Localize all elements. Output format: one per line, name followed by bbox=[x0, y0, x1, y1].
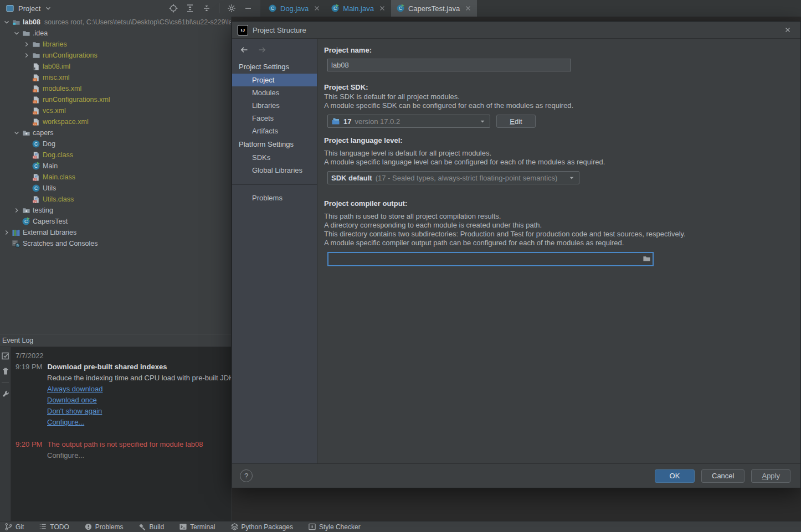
statusbar-problems[interactable]: Problems bbox=[84, 523, 124, 531]
tree-item-utils[interactable]: CUtils bbox=[0, 183, 231, 194]
filter-check-icon[interactable] bbox=[1, 352, 10, 360]
sidebar-item-artifacts[interactable]: Artifacts bbox=[232, 125, 317, 137]
sidebar-item-problems[interactable]: Problems bbox=[232, 192, 317, 204]
tree-item-runconfigurations[interactable]: runConfigurations bbox=[0, 50, 231, 61]
folder-package-icon bbox=[21, 129, 31, 137]
dialog-content: Project name: Project SDK: This SDK is d… bbox=[317, 39, 800, 463]
chevron-down-icon[interactable] bbox=[12, 29, 21, 37]
tree-item-label: runConfigurations bbox=[43, 51, 97, 59]
event-link-don-t-show-again[interactable]: Don't show again bbox=[47, 406, 102, 417]
close-tab-icon[interactable] bbox=[378, 4, 386, 12]
tree-item-label: Main bbox=[43, 162, 58, 170]
layers-icon bbox=[230, 523, 239, 531]
compiler-output-description-2: A directory corresponding to each module… bbox=[324, 221, 800, 230]
event-link-download-once[interactable]: Download once bbox=[47, 395, 97, 406]
tree-item-dog[interactable]: CDog bbox=[0, 138, 231, 149]
chevron-right-icon[interactable] bbox=[22, 40, 31, 48]
class-file-icon: 01 bbox=[31, 151, 41, 159]
language-level-label: Project language level: bbox=[324, 136, 800, 146]
browse-folder-icon[interactable] bbox=[643, 255, 651, 263]
dialog-sidebar: Project SettingsProjectModulesLibrariesF… bbox=[232, 39, 317, 463]
chevron-right-icon[interactable] bbox=[2, 229, 11, 236]
chevron-right-icon[interactable] bbox=[22, 51, 31, 59]
statusbar-todo[interactable]: TODO bbox=[39, 523, 69, 531]
tree-item-utils-class[interactable]: 01Utils.class bbox=[0, 194, 231, 205]
chevron-down-icon[interactable] bbox=[12, 129, 21, 137]
tree-item-scratches-and-consoles[interactable]: Scratches and Consoles bbox=[0, 238, 231, 249]
sidebar-item-modules[interactable]: Modules bbox=[232, 86, 317, 99]
compiler-output-path-input[interactable] bbox=[327, 252, 654, 266]
hide-icon[interactable] bbox=[244, 4, 253, 13]
sidebar-item-libraries[interactable]: Libraries bbox=[232, 99, 317, 112]
tab-main-java[interactable]: CMain.java bbox=[326, 0, 391, 17]
apply-button[interactable]: Apply bbox=[751, 469, 790, 483]
tree-item-lab08[interactable]: lab08sources root, C:\Users\tetsu\Deskto… bbox=[0, 17, 231, 28]
close-dialog-icon[interactable] bbox=[784, 26, 792, 34]
event-log-toolbar bbox=[0, 347, 11, 521]
compiler-output-description-3: This directory contains two subdirectori… bbox=[324, 230, 800, 239]
statusbar-python-packages[interactable]: Python Packages bbox=[230, 523, 293, 531]
folder-icon bbox=[21, 29, 31, 38]
project-view-selector[interactable]: Project bbox=[6, 4, 52, 13]
tree-item-lab08-iml[interactable]: lab08.iml bbox=[0, 61, 231, 72]
statusbar-build[interactable]: Build bbox=[138, 523, 164, 531]
tree-item-workspace-xml[interactable]: <>workspace.xml bbox=[0, 116, 231, 127]
tree-item-external-libraries[interactable]: External Libraries bbox=[0, 227, 231, 238]
sidebar-item-facets[interactable]: Facets bbox=[232, 112, 317, 125]
close-tab-icon[interactable] bbox=[313, 4, 321, 12]
sidebar-item-project[interactable]: Project bbox=[232, 74, 317, 86]
help-button[interactable]: ? bbox=[240, 469, 253, 482]
event-log-entry: 9:20 PMThe output path is not specified … bbox=[11, 439, 231, 461]
tree-item-modules-xml[interactable]: <>modules.xml bbox=[0, 83, 231, 94]
close-tab-icon[interactable] bbox=[464, 4, 472, 12]
tree-item-main[interactable]: CMain bbox=[0, 161, 231, 172]
event-link-configure[interactable]: Configure... bbox=[47, 417, 84, 428]
tab-caperstest-java[interactable]: CCapersTest.java bbox=[391, 0, 477, 17]
xml-file-icon: <> bbox=[31, 96, 41, 104]
event-log-entry: 9:19 PMDownload pre-built shared indexes… bbox=[11, 361, 231, 428]
statusbar-git[interactable]: Git bbox=[4, 523, 24, 531]
chevron-right-icon[interactable] bbox=[12, 206, 21, 214]
statusbar-terminal[interactable]: Terminal bbox=[179, 523, 215, 531]
svg-text:<>: <> bbox=[33, 122, 36, 125]
tree-item-dog-class[interactable]: 01Dog.class bbox=[0, 149, 231, 161]
tree-item-main-class[interactable]: 01Main.class bbox=[0, 172, 231, 183]
settings-icon[interactable] bbox=[227, 4, 236, 13]
tab-label: CapersTest.java bbox=[408, 4, 460, 13]
event-action[interactable]: Configure... bbox=[47, 450, 84, 461]
statusbar-label: Style Checker bbox=[319, 523, 361, 531]
tree-item-idea[interactable]: .idea bbox=[0, 28, 231, 39]
event-link-always-download[interactable]: Always download bbox=[47, 384, 102, 395]
expand-all-icon[interactable] bbox=[186, 4, 194, 13]
tree-item-vcs-xml[interactable]: <>vcs.xml bbox=[0, 105, 231, 116]
sidebar-item-sdks[interactable]: SDKs bbox=[232, 151, 317, 164]
edit-sdk-button[interactable]: Edit bbox=[496, 115, 536, 128]
tab-dog-java[interactable]: CDog.java bbox=[263, 0, 326, 17]
chevron-down-icon[interactable] bbox=[2, 18, 11, 26]
xml-file-icon: <> bbox=[31, 74, 41, 82]
sidebar-item-global-libraries[interactable]: Global Libraries bbox=[232, 164, 317, 177]
tree-item-caperstest[interactable]: CCapersTest bbox=[0, 216, 231, 227]
cancel-button[interactable]: Cancel bbox=[701, 469, 744, 483]
language-level-select[interactable]: SDK default (17 - Sealed types, always-s… bbox=[327, 171, 579, 184]
tree-item-label: libraries bbox=[43, 40, 67, 48]
project-name-input[interactable] bbox=[327, 59, 571, 71]
back-arrow-icon[interactable] bbox=[240, 45, 249, 54]
statusbar-style-checker[interactable]: Style Checker bbox=[308, 523, 361, 531]
wrench-icon[interactable] bbox=[1, 390, 10, 399]
trash-icon[interactable] bbox=[1, 367, 10, 376]
ok-button[interactable]: OK bbox=[655, 469, 695, 483]
tree-item-misc-xml[interactable]: <>misc.xml bbox=[0, 72, 231, 83]
tree-item-capers[interactable]: capers bbox=[0, 127, 231, 138]
tree-item-testing[interactable]: testing bbox=[0, 205, 231, 216]
folder-root-icon bbox=[11, 18, 21, 27]
locate-icon[interactable] bbox=[169, 4, 178, 13]
hammer-icon bbox=[138, 523, 146, 531]
project-view-label: Project bbox=[18, 4, 40, 13]
tree-item-libraries[interactable]: libraries bbox=[0, 39, 231, 50]
tree-item-label: Scratches and Consoles bbox=[23, 240, 98, 247]
project-sdk-select[interactable]: 17 version 17.0.2 bbox=[327, 115, 490, 128]
git-branch-icon bbox=[4, 523, 13, 531]
collapse-all-icon[interactable] bbox=[202, 4, 211, 13]
tree-item-runconfigurations-xml[interactable]: <>runConfigurations.xml bbox=[0, 94, 231, 105]
